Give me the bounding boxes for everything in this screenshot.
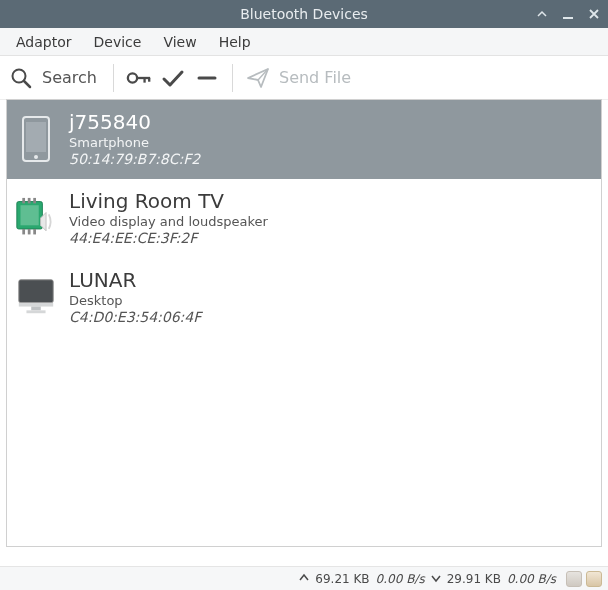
svg-point-11 xyxy=(34,155,38,159)
menu-adaptor[interactable]: Adaptor xyxy=(6,31,82,53)
download-rate: 0.00 B/s xyxy=(507,572,556,586)
svg-rect-23 xyxy=(26,310,45,313)
titlebar: Bluetooth Devices xyxy=(0,0,608,28)
device-name: j755840 xyxy=(69,110,200,135)
minimize-icon[interactable] xyxy=(562,8,574,20)
toolbar: Search Send File xyxy=(0,56,608,100)
device-name: LUNAR xyxy=(69,268,201,293)
device-mac: 44:E4:EE:CE:3F:2F xyxy=(69,230,268,248)
menu-view[interactable]: View xyxy=(153,31,206,53)
download-total: 29.91 KB xyxy=(447,572,501,586)
device-text: Living Room TV Video display and loudspe… xyxy=(69,189,268,248)
device-list: j755840 Smartphone 50:14:79:B7:8C:F2 Liv… xyxy=(6,99,602,547)
phone-icon xyxy=(15,115,57,163)
tray-icons xyxy=(566,571,602,587)
tv-speaker-icon xyxy=(15,194,57,242)
device-row[interactable]: LUNAR Desktop C4:D0:E3:54:06:4F xyxy=(7,258,601,337)
svg-point-3 xyxy=(128,73,137,82)
roll-up-icon[interactable] xyxy=(536,8,548,20)
svg-rect-19 xyxy=(33,229,36,234)
device-type: Smartphone xyxy=(69,135,200,151)
window-title: Bluetooth Devices xyxy=(240,6,368,22)
upload-icon xyxy=(299,572,309,586)
device-type: Desktop xyxy=(69,293,201,309)
tray-icon[interactable] xyxy=(586,571,602,587)
upload-rate: 0.00 B/s xyxy=(376,572,425,586)
tray-icon[interactable] xyxy=(566,571,582,587)
svg-rect-10 xyxy=(26,122,46,152)
device-type: Video display and loudspeaker xyxy=(69,214,268,230)
send-file-button[interactable]: Send File xyxy=(245,65,355,91)
toolbar-separator xyxy=(232,64,233,92)
device-row[interactable]: j755840 Smartphone 50:14:79:B7:8C:F2 xyxy=(7,100,601,179)
svg-rect-0 xyxy=(563,17,573,19)
send-file-label: Send File xyxy=(279,68,351,87)
svg-rect-21 xyxy=(19,303,53,307)
desktop-icon xyxy=(15,273,57,321)
trust-icon[interactable] xyxy=(160,65,186,91)
search-label: Search xyxy=(42,68,97,87)
window-controls xyxy=(536,8,600,20)
svg-rect-16 xyxy=(33,198,36,203)
device-mac: 50:14:79:B7:8C:F2 xyxy=(69,151,200,169)
svg-rect-13 xyxy=(20,205,38,225)
remove-icon[interactable] xyxy=(194,65,220,91)
key-icon[interactable] xyxy=(126,65,152,91)
svg-rect-15 xyxy=(28,198,31,203)
svg-rect-17 xyxy=(22,229,25,234)
search-button[interactable]: Search xyxy=(8,65,101,91)
device-text: j755840 Smartphone 50:14:79:B7:8C:F2 xyxy=(69,110,200,169)
statusbar: 69.21 KB 0.00 B/s 29.91 KB 0.00 B/s xyxy=(0,566,608,590)
menu-device[interactable]: Device xyxy=(84,31,152,53)
menubar: Adaptor Device View Help xyxy=(0,28,608,56)
toolbar-separator xyxy=(113,64,114,92)
svg-rect-14 xyxy=(22,198,25,203)
device-row[interactable]: Living Room TV Video display and loudspe… xyxy=(7,179,601,258)
send-icon xyxy=(245,65,271,91)
svg-rect-18 xyxy=(28,229,31,234)
close-icon[interactable] xyxy=(588,8,600,20)
download-icon xyxy=(431,572,441,586)
search-icon xyxy=(8,65,34,91)
svg-rect-22 xyxy=(31,306,41,310)
menu-help[interactable]: Help xyxy=(209,31,261,53)
device-text: LUNAR Desktop C4:D0:E3:54:06:4F xyxy=(69,268,201,327)
device-mac: C4:D0:E3:54:06:4F xyxy=(69,309,201,327)
svg-rect-20 xyxy=(19,280,53,303)
upload-total: 69.21 KB xyxy=(315,572,369,586)
device-name: Living Room TV xyxy=(69,189,268,214)
svg-line-2 xyxy=(24,81,30,87)
